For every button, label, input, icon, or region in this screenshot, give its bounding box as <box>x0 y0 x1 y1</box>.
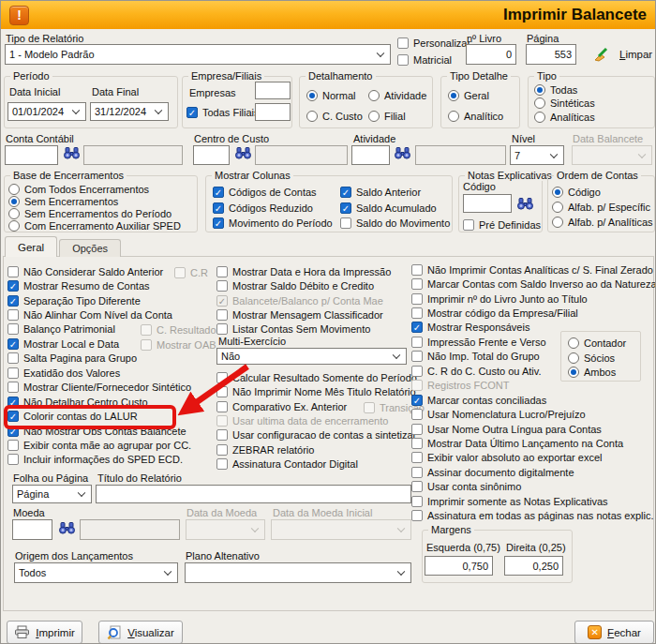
binoculars-icon[interactable] <box>59 522 75 534</box>
checkbox-box[interactable] <box>411 496 423 507</box>
fechar-button[interactable]: ✕ Fechar <box>574 621 654 644</box>
data-final-select[interactable]: 31/12/2024 <box>90 102 169 121</box>
tab-geral[interactable]: Geral <box>5 236 57 257</box>
checkbox-box[interactable] <box>7 352 19 364</box>
radio-analitico[interactable]: Analítico <box>448 106 503 127</box>
checkbox-box[interactable]: ✓ <box>186 107 198 118</box>
checkbox-mostrar-local-e-data[interactable]: ✓Mostrar Local e DataMostrar OAB <box>7 337 191 351</box>
radio-circle[interactable] <box>8 184 20 195</box>
radio-alfab-p-especific[interactable]: Alfab. p/ Específic <box>552 200 653 215</box>
checkbox-box[interactable] <box>216 458 228 470</box>
checkbox-box[interactable] <box>216 429 228 441</box>
data-inicial-select[interactable]: 01/01/2024 <box>7 102 86 121</box>
checkbox-box[interactable] <box>411 366 423 377</box>
checkbox-separacao-tipo-diferente[interactable]: ✓Separação Tipo Diferente <box>7 293 191 307</box>
radio-circle[interactable] <box>552 202 563 213</box>
empresas-input[interactable] <box>255 82 291 99</box>
radio-sem-encerramentos-do-periodo[interactable]: Sem Encerramentos do Período <box>8 207 181 219</box>
checkbox-assinar-documento-digitalmente[interactable]: Assinar documento digitalmente <box>411 465 656 479</box>
radio-sem-encerramentos[interactable]: Sem Encerramentos <box>8 195 181 207</box>
checkbox-box[interactable] <box>7 266 19 277</box>
checkbox-saldo-anterior[interactable]: ✓Saldo Anterior <box>340 185 450 201</box>
binoculars-icon[interactable] <box>235 147 251 159</box>
checkbox-listar-contas-sem-movimento[interactable]: Listar Contas Sem Movimento <box>216 322 391 337</box>
tipo-relatorio-select[interactable]: 1 - Modelo Padrão <box>5 44 391 65</box>
checkbox-box[interactable]: ✓ <box>7 280 19 292</box>
checkbox-box[interactable] <box>411 467 423 478</box>
radio-sinteticas[interactable]: Sintéticas <box>534 97 595 110</box>
radio-analiticas[interactable]: Analíticas <box>534 111 595 124</box>
pagina-input[interactable]: 553 <box>526 44 576 65</box>
checkbox-todas-filiais[interactable]: ✓Todas Filiais <box>186 105 260 119</box>
checkbox-imprimir-somente-as-notas-explicativas[interactable]: Imprimir somente as Notas Explicativas <box>411 494 656 508</box>
checkbox-personalizar[interactable]: Personalizar <box>397 35 470 52</box>
origem-lancamentos-select[interactable]: Todos <box>14 562 178 583</box>
checkbox-assinatura-em-todas-as-paginas-nas-notas-explic[interactable]: Assinatura em todas as páginas nas notas… <box>411 508 656 522</box>
checkbox-box[interactable] <box>397 54 409 66</box>
folha-pagina-select[interactable]: Página <box>12 485 92 503</box>
checkbox-nao-considerar-saldo-anterior[interactable]: Não Considerar Saldo AnteriorC.R <box>7 264 191 278</box>
checkbox-usar-conta-sinonimo[interactable]: Usar conta sinônimo <box>411 480 656 494</box>
checkbox-box[interactable]: ✓ <box>340 202 351 214</box>
binoculars-icon[interactable] <box>395 147 410 159</box>
limpar-button[interactable]: Limpar <box>591 44 652 65</box>
checkbox-box[interactable] <box>411 351 423 362</box>
checkbox-movimento-do-periodo[interactable]: ✓Movimento do Período <box>213 216 333 232</box>
radio-alfab-p-analiticas[interactable]: Alfab. p/ Analíticas <box>552 215 653 230</box>
checkbox-box[interactable]: ✓ <box>213 202 224 214</box>
checkbox-exibir-valor-absoluto-ao-exportar-excel[interactable]: Exibir valor absoluto ao exportar excel <box>411 451 656 465</box>
radio-c-custo[interactable]: C. Custo <box>306 106 368 127</box>
radio-circle[interactable] <box>568 352 579 364</box>
checkbox-imprimir-n-do-livro-junto-ao-titulo[interactable]: Imprimir nº do Livro Junto ao Título <box>411 292 656 306</box>
checkbox-marcar-contas-conciliadas[interactable]: ✓Marcar contas conciliadas <box>411 393 656 407</box>
checkbox-mostrar-data-ultimo-lancamento-na-conta[interactable]: Mostrar Data Último Lançamento na Conta <box>411 436 656 450</box>
checkbox-codigos-de-contas[interactable]: ✓Códigos de Contas <box>213 185 333 201</box>
radio-filial[interactable]: Filial <box>368 106 426 127</box>
checkbox-exibir-conta-mae-ao-agrupar-por-cc[interactable]: Exibir conta mãe ao agrupar por CC. <box>7 438 191 452</box>
radio-circle[interactable] <box>306 90 318 101</box>
checkbox-box[interactable] <box>411 409 423 420</box>
imprimir-button[interactable]: Imprimir <box>7 621 82 644</box>
visualizar-button[interactable]: Visualizar <box>98 621 183 644</box>
checkbox-box[interactable] <box>411 510 423 521</box>
radio-circle[interactable] <box>448 90 459 101</box>
checkbox-marcar-contas-com-saldo-inverso-ao-da-natureza[interactable]: Marcar Contas com Saldo Inverso ao da Na… <box>411 277 656 291</box>
conta-contabil-input[interactable] <box>5 145 58 165</box>
checkbox-box[interactable] <box>411 264 423 276</box>
checkbox-saldo-acumulado[interactable]: ✓Saldo Acumulado <box>340 201 450 217</box>
radio-contador[interactable]: Contador <box>568 336 626 351</box>
checkbox-incluir-informacoes-do-sped-ecd[interactable]: Incluir informações do SPED ECD. <box>7 453 191 467</box>
checkbox-box[interactable] <box>411 337 423 348</box>
codigo-input[interactable] <box>463 194 512 213</box>
centro-custo-input[interactable] <box>193 145 230 165</box>
binoculars-icon[interactable] <box>517 198 533 210</box>
checkbox-box[interactable] <box>7 382 19 393</box>
radio-circle[interactable] <box>8 220 20 232</box>
checkbox-balanco-patrimonial[interactable]: Balanço PatrimonialC. Resultado <box>7 322 191 337</box>
radio-ambos[interactable]: Ambos <box>568 366 626 381</box>
nivel-select[interactable]: 7 <box>510 145 564 165</box>
checkbox-box[interactable]: ✓ <box>411 395 423 406</box>
radio-circle[interactable] <box>568 367 579 378</box>
radio-circle[interactable] <box>552 217 563 228</box>
checkbox-box[interactable] <box>216 266 228 277</box>
radio-circle[interactable] <box>8 208 20 219</box>
checkbox-box[interactable] <box>397 37 409 49</box>
checkbox-box[interactable] <box>216 323 228 335</box>
radio-todas[interactable]: Todas <box>534 83 595 97</box>
checkbox-mostrar-mensagem-classificador[interactable]: Mostrar Mensagem Classificador <box>216 307 391 322</box>
checkbox-box[interactable] <box>411 481 423 492</box>
checkbox-box[interactable] <box>411 424 423 435</box>
checkbox-pre-definidas[interactable]: Pré Definidas <box>463 217 541 232</box>
checkbox-mostrar-codigo-da-empresa-filial[interactable]: Mostrar código da Empresa/Filial <box>411 306 656 320</box>
radio-com-encerramento-auxiliar-sped[interactable]: Com Encerramento Auxiliar SPED <box>8 219 181 232</box>
checkbox-box[interactable] <box>7 440 19 451</box>
margem-direita-input[interactable]: 0,250 <box>504 556 563 576</box>
checkbox-box[interactable] <box>7 323 19 335</box>
radio-circle[interactable] <box>568 337 579 349</box>
checkbox-box[interactable] <box>216 280 228 292</box>
radio-circle[interactable] <box>448 111 459 122</box>
checkbox-mostrar-data-e-hora-da-impressao[interactable]: Mostrar Data e Hora da Impressão <box>216 264 391 278</box>
checkbox-saldo-do-movimento[interactable]: Saldo do Movimento <box>340 216 450 232</box>
checkbox-box[interactable]: ✓ <box>340 187 351 198</box>
